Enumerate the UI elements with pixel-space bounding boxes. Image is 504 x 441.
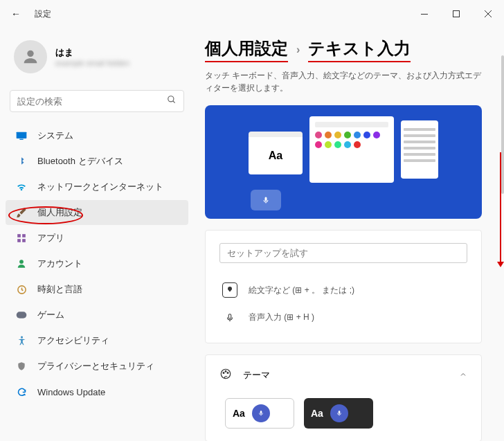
sidebar-item-wifi[interactable]: ネットワークとインターネット bbox=[6, 174, 188, 199]
svg-rect-5 bbox=[19, 139, 23, 140]
emoji-dot bbox=[334, 132, 341, 138]
sidebar-item-label: ゲーム bbox=[37, 309, 64, 321]
sidebar-item-brush[interactable]: 個人用設定 bbox=[6, 200, 188, 225]
account-icon bbox=[15, 258, 28, 270]
svg-rect-4 bbox=[17, 132, 27, 138]
sidebar-item-label: アカウント bbox=[37, 258, 82, 270]
search-box[interactable] bbox=[10, 90, 184, 112]
sidebar-item-bluetooth[interactable]: Bluetooth とデバイス bbox=[6, 149, 188, 174]
preview-ime-panel bbox=[401, 120, 438, 179]
sidebar-item-label: 時刻と言語 bbox=[37, 283, 82, 296]
sidebar-item-label: アクセシビリティ bbox=[37, 334, 109, 347]
sidebar-item-label: アプリ bbox=[37, 232, 64, 244]
emoji-dot bbox=[344, 132, 351, 138]
emoji-dot bbox=[325, 141, 332, 148]
update-icon bbox=[15, 386, 28, 398]
annotation-scroll-arrow bbox=[500, 152, 501, 263]
sidebar-item-system[interactable]: システム bbox=[6, 123, 188, 148]
maximize-button[interactable] bbox=[440, 3, 472, 25]
theme-tile-aa: Aa bbox=[311, 408, 323, 419]
mic-icon bbox=[222, 312, 237, 323]
sidebar-item-game[interactable]: ゲーム bbox=[6, 303, 188, 327]
preview-keyboard: Aa bbox=[249, 132, 303, 174]
search-input[interactable] bbox=[17, 96, 167, 107]
emoji-feature-label: 絵文字など (⊞ + 。 または ;) bbox=[249, 285, 354, 296]
emoji-dot bbox=[325, 132, 332, 138]
preview-emoji-panel bbox=[309, 116, 394, 183]
sidebar-item-privacy[interactable]: プライバシーとセキュリティ bbox=[6, 354, 188, 379]
svg-rect-8 bbox=[17, 239, 21, 242]
sidebar-item-account[interactable]: アカウント bbox=[6, 251, 188, 276]
mic-icon bbox=[252, 404, 270, 422]
setup-input[interactable] bbox=[219, 243, 467, 263]
preview-panel: Aa bbox=[205, 105, 482, 219]
apps-icon bbox=[15, 232, 28, 244]
emoji-feature-row[interactable]: 絵文字など (⊞ + 。 または ;) bbox=[219, 276, 467, 305]
accessibility-icon bbox=[15, 334, 28, 347]
sidebar-item-update[interactable]: Windows Update bbox=[6, 379, 188, 404]
breadcrumb-parent[interactable]: 個人用設定 bbox=[205, 37, 288, 62]
voice-feature-label: 音声入力 (⊞ + H ) bbox=[249, 312, 314, 323]
svg-point-13 bbox=[20, 336, 22, 338]
emoji-dot bbox=[315, 141, 322, 148]
theme-tile-dark[interactable]: Aa bbox=[304, 398, 373, 429]
breadcrumb-separator: › bbox=[296, 44, 300, 56]
minimize-button[interactable] bbox=[408, 3, 440, 25]
scrollbar[interactable] bbox=[501, 55, 504, 194]
svg-point-17 bbox=[223, 372, 224, 374]
svg-rect-6 bbox=[17, 234, 21, 237]
svg-rect-0 bbox=[421, 14, 428, 15]
breadcrumb: 個人用設定 › テキスト入力 bbox=[205, 37, 482, 62]
emoji-dot bbox=[315, 132, 322, 138]
svg-rect-15 bbox=[228, 314, 231, 318]
svg-rect-12 bbox=[17, 312, 27, 318]
sidebar-item-accessibility[interactable]: アクセシビリティ bbox=[6, 328, 188, 353]
theme-label: テーマ bbox=[243, 369, 448, 381]
back-button[interactable]: ← bbox=[6, 3, 26, 24]
wifi-icon bbox=[15, 181, 28, 193]
svg-rect-9 bbox=[22, 239, 26, 242]
svg-point-18 bbox=[225, 370, 226, 372]
sidebar-item-label: システム bbox=[37, 129, 73, 142]
avatar bbox=[14, 40, 47, 73]
emoji-dot bbox=[354, 132, 361, 138]
svg-rect-7 bbox=[22, 234, 26, 237]
page-subtitle: タッチ キーボード、音声入力、絵文字などのテーマ、および入力方式エディターを選択… bbox=[205, 69, 482, 94]
brush-icon bbox=[15, 206, 28, 219]
profile-email: example email hidden bbox=[55, 59, 129, 67]
search-icon bbox=[167, 95, 177, 107]
svg-rect-20 bbox=[260, 411, 262, 414]
voice-feature-row[interactable]: 音声入力 (⊞ + H ) bbox=[219, 305, 467, 330]
close-button[interactable] bbox=[472, 3, 504, 25]
sidebar-item-apps[interactable]: アプリ bbox=[6, 226, 188, 251]
palette-icon bbox=[219, 368, 232, 383]
svg-point-3 bbox=[168, 96, 174, 102]
svg-rect-14 bbox=[265, 197, 267, 201]
sidebar-item-time[interactable]: 時刻と言語 bbox=[6, 277, 188, 302]
sidebar-item-label: プライバシーとセキュリティ bbox=[37, 360, 154, 372]
main-content: 個人用設定 › テキスト入力 タッチ キーボード、音声入力、絵文字などのテーマ、… bbox=[194, 28, 504, 441]
privacy-icon bbox=[15, 360, 28, 372]
svg-point-2 bbox=[27, 51, 33, 57]
sidebar: はま example email hidden システムBluetooth とデ… bbox=[0, 28, 194, 441]
emoji-dot bbox=[344, 141, 351, 148]
sidebar-item-label: 個人用設定 bbox=[37, 206, 82, 219]
breadcrumb-current: テキスト入力 bbox=[308, 37, 411, 62]
emoji-dot bbox=[354, 141, 361, 148]
game-icon bbox=[15, 309, 28, 321]
profile-name: はま bbox=[55, 46, 129, 59]
svg-rect-1 bbox=[453, 11, 460, 17]
profile[interactable]: はま example email hidden bbox=[6, 35, 188, 84]
svg-point-10 bbox=[19, 260, 24, 264]
sidebar-item-label: ネットワークとインターネット bbox=[37, 181, 163, 193]
theme-tile-light[interactable]: Aa bbox=[225, 398, 294, 429]
mic-icon bbox=[330, 404, 348, 422]
chevron-up-icon bbox=[459, 369, 467, 381]
window-controls bbox=[408, 3, 504, 25]
theme-card[interactable]: テーマ Aa Aa bbox=[205, 354, 482, 441]
emoji-dot bbox=[334, 141, 341, 148]
titlebar: ← 設定 bbox=[0, 0, 504, 28]
emoji-dot bbox=[363, 132, 370, 138]
sidebar-item-label: Windows Update bbox=[37, 387, 105, 397]
svg-rect-21 bbox=[339, 411, 341, 414]
